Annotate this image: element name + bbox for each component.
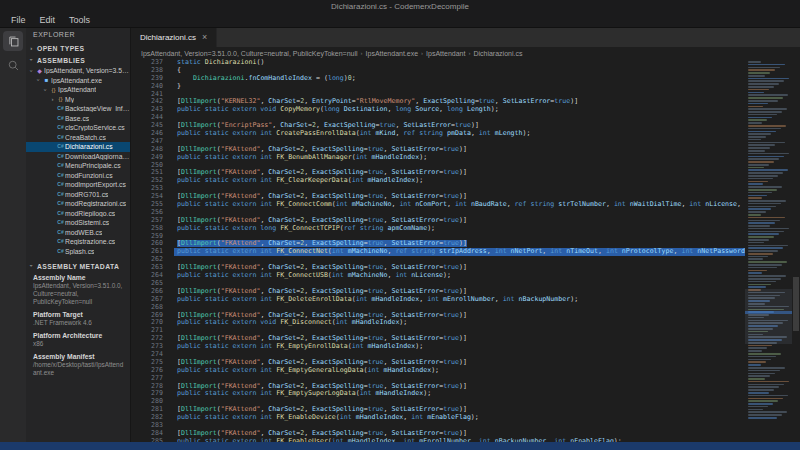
code-line[interactable]: 258public static extern long FK_ConnectT… — [131, 225, 745, 233]
tree-item[interactable]: C#modRG701.cs — [26, 190, 130, 200]
chevron-down-icon: › — [29, 57, 35, 64]
tree-item[interactable]: C#Dichiarazioni.cs — [26, 142, 130, 152]
code-line[interactable]: 284[DllImport("FKAttend", CharSet=2, Exa… — [131, 430, 745, 438]
code-line[interactable]: 280 — [131, 398, 745, 406]
code-line[interactable]: 282public static extern int FK_EnableDev… — [131, 414, 745, 422]
line-content: public static extern int FK_ConnectUSB(i… — [174, 272, 745, 280]
code-line[interactable]: 285public static extern int FK_EnableUse… — [131, 438, 745, 442]
menu-item-file[interactable]: File — [4, 15, 33, 25]
code-line[interactable]: 252public static extern int FK_ClearKeep… — [131, 177, 745, 185]
tree-item[interactable]: C#modWEB.cs — [26, 228, 130, 238]
code-line[interactable]: 278[DllImport("FKAttend", CharSet=2, Exa… — [131, 383, 745, 391]
code-line[interactable]: 259 — [131, 233, 745, 241]
code-line[interactable]: 238{ — [131, 67, 745, 75]
tree-item[interactable]: C#MenuPrincipale.cs — [26, 161, 130, 171]
code-line[interactable]: 267public static extern int FK_DeleteEnr… — [131, 296, 745, 304]
code-line[interactable]: 242[DllImport("KERNEL32", CharSet=2, Ent… — [131, 98, 745, 106]
tree-item[interactable]: C#modRegistrazioni.cs — [26, 199, 130, 209]
minimap-line — [748, 214, 761, 216]
breadcrumb-item[interactable]: IpsAttendant — [426, 50, 465, 57]
code-line[interactable]: 260[DllImport("FKAttend", CharSet=2, Exa… — [131, 240, 745, 248]
scrollbar-thumb[interactable] — [793, 277, 799, 331]
tree-item[interactable]: C#modImportExport.cs — [26, 180, 130, 190]
minimap-viewport[interactable] — [745, 289, 792, 344]
code-line[interactable]: 240} — [131, 83, 745, 91]
code-line[interactable]: 275[DllImport("FKAttend", CharSet=2, Exa… — [131, 359, 745, 367]
code-line[interactable]: 246public static extern int CreatePassEn… — [131, 130, 745, 138]
code-line[interactable]: 277 — [131, 375, 745, 383]
code-line[interactable]: 261public static extern int FK_ConnectNe… — [131, 248, 745, 256]
tree-item-label: CreaBatch.cs — [65, 134, 106, 141]
tree-item[interactable]: ›{}IpsAttendant — [26, 85, 130, 95]
code-line[interactable]: 250 — [131, 162, 745, 170]
tree-item[interactable]: C#modSistemi.cs — [26, 218, 130, 228]
code-line[interactable]: 271 — [131, 327, 745, 335]
code-line[interactable]: 265 — [131, 280, 745, 288]
code-line[interactable]: 244 — [131, 114, 745, 122]
code-line[interactable]: 272[DllImport("FKAttend", CharSet=2, Exa… — [131, 335, 745, 343]
code-line[interactable]: 276public static extern int FK_EmptyGene… — [131, 367, 745, 375]
tree-item[interactable]: C#clsCryptoService.cs — [26, 123, 130, 133]
code-line[interactable]: 281[DllImport("FKAttend", CharSet=2, Exa… — [131, 406, 745, 414]
code-line[interactable]: 248[DllImport("FKAttend", CharSet=2, Exa… — [131, 146, 745, 154]
code-line[interactable]: 243public static extern void CopyMemory(… — [131, 106, 745, 114]
code-line[interactable]: 266[DllImport("FKAttend", CharSet=2, Exa… — [131, 288, 745, 296]
tree-item[interactable]: C#Splash.cs — [26, 247, 130, 257]
section-assembly-metadata[interactable]: › ASSEMBLY METADATA — [26, 260, 130, 272]
code-editor[interactable]: 237static Dichiarazioni()238{239 Dichiar… — [131, 59, 745, 442]
tree-item[interactable]: C#DownloadAggiornamento.cs — [26, 152, 130, 162]
breadcrumb-item[interactable]: Dichiarazioni.cs — [473, 50, 522, 57]
code-line[interactable]: 269[DllImport("FKAttend", CharSet=2, Exa… — [131, 312, 745, 320]
code-line[interactable]: 254[DllImport("FKAttend", CharSet=2, Exa… — [131, 193, 745, 201]
chevron-down-icon[interactable]: › — [29, 67, 35, 74]
tree-item[interactable]: ›■IpsAttendant.exe — [26, 76, 130, 86]
code-line[interactable]: 256 — [131, 209, 745, 217]
tree-item[interactable]: ›◆IpsAttendant, Version=3.51.0.0, Cul... — [26, 66, 130, 76]
section-assemblies[interactable]: › ASSEMBLIES — [26, 54, 130, 66]
code-line[interactable]: 263[DllImport("FKAttend", CharSet=2, Exa… — [131, 264, 745, 272]
code-line[interactable]: 273public static extern int FK_EmptyEnro… — [131, 343, 745, 351]
chevron-down-icon[interactable]: › — [43, 86, 49, 93]
code-line[interactable]: 264public static extern int FK_ConnectUS… — [131, 272, 745, 280]
tree-item[interactable]: C#modFunzioni.cs — [26, 171, 130, 181]
minimap-line — [748, 200, 786, 202]
code-line[interactable]: 268 — [131, 304, 745, 312]
explorer-icon[interactable] — [3, 31, 23, 51]
tree-item[interactable]: C#CreaBatch.cs — [26, 133, 130, 143]
menu-item-edit[interactable]: Edit — [33, 15, 63, 25]
code-line[interactable]: 283 — [131, 422, 745, 430]
section-open-types[interactable]: › OPEN TYPES — [26, 42, 130, 54]
tree-item[interactable]: C#Base.cs — [26, 114, 130, 124]
minimap[interactable] — [745, 59, 792, 442]
code-line[interactable]: 247 — [131, 138, 745, 146]
tree-item[interactable]: C#BackstageView_Info.cs — [26, 104, 130, 114]
chevron-down-icon[interactable]: › — [36, 77, 42, 84]
tree-item[interactable]: C#modRiepilogo.cs — [26, 209, 130, 219]
menu-item-tools[interactable]: Tools — [62, 15, 97, 25]
code-line[interactable]: 257[DllImport("FKAttend", CharSet=2, Exa… — [131, 217, 745, 225]
chevron-right-icon[interactable]: › — [49, 96, 56, 102]
line-content — [174, 422, 745, 430]
code-line[interactable]: 251[DllImport("FKAttend", CharSet=2, Exa… — [131, 169, 745, 177]
code-line[interactable]: 270public static extern void FK_Disconne… — [131, 319, 745, 327]
code-line[interactable]: 241 — [131, 91, 745, 99]
code-line[interactable]: 249public static extern int FK_BenumbAll… — [131, 154, 745, 162]
tab-dichiarazioni[interactable]: Dichiarazioni.cs × — [131, 28, 217, 47]
code-line[interactable]: 237static Dichiarazioni() — [131, 59, 745, 67]
breadcrumb-item[interactable]: IpsAttendant.exe — [366, 50, 419, 57]
code-line[interactable]: 239 Dichiarazioni.fnComHandleIndex = (lo… — [131, 75, 745, 83]
code-line[interactable]: 253 — [131, 185, 745, 193]
close-icon[interactable]: × — [202, 33, 207, 42]
breadcrumb-item[interactable]: IpsAttendant, Version=3.51.0.0, Culture=… — [141, 50, 358, 57]
minimap-line — [748, 94, 788, 96]
code-line[interactable]: 279public static extern int FK_EmptySupe… — [131, 390, 745, 398]
code-line[interactable]: 255public static extern int FK_ConnectCo… — [131, 201, 745, 209]
code-line[interactable]: 274 — [131, 351, 745, 359]
tree-item[interactable]: C#Registrazione.cs — [26, 237, 130, 247]
tree-item[interactable]: ›{}My — [26, 95, 130, 105]
code-line[interactable]: 245[DllImport("EncriptPass", CharSet=2, … — [131, 122, 745, 130]
scrollbar[interactable] — [792, 59, 800, 442]
search-icon[interactable] — [3, 55, 23, 75]
code-line[interactable]: 262 — [131, 256, 745, 264]
minimap-line — [748, 231, 784, 233]
